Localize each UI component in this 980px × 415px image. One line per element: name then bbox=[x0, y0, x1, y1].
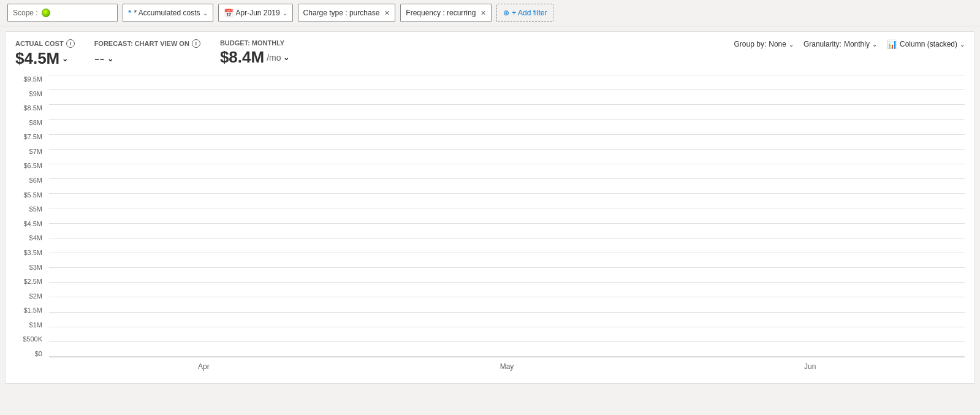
add-filter-label: + Add filter bbox=[512, 9, 547, 17]
add-filter-button[interactable]: ⊕ + Add filter bbox=[496, 4, 553, 22]
metrics-row: ACTUAL COST i $4.5M ⌄ FORECAST: CHART VI… bbox=[15, 39, 965, 68]
group-by-chevron-icon: ⌄ bbox=[789, 41, 794, 48]
budget-value[interactable]: $8.4M /mo ⌄ bbox=[220, 48, 290, 67]
frequency-filter[interactable]: Frequency : recurring ✕ bbox=[400, 4, 492, 22]
charge-type-filter[interactable]: Charge type : purchase ✕ bbox=[298, 4, 396, 22]
accumulated-costs-chevron-icon: ⌄ bbox=[203, 10, 208, 17]
y-axis-label: $4M bbox=[15, 234, 46, 242]
chart-type-control[interactable]: 📊 Column (stacked) ⌄ bbox=[887, 39, 965, 49]
asterisk-icon: * bbox=[128, 8, 131, 18]
toolbar: Scope : * * Accumulated costs ⌄ 📅 Apr-Ju… bbox=[0, 0, 980, 26]
accumulated-costs-label: * Accumulated costs bbox=[134, 9, 200, 17]
x-labels: AprMayJun bbox=[49, 357, 965, 376]
group-by-control[interactable]: Group by: None ⌄ bbox=[734, 40, 794, 48]
charge-type-label: Charge type : purchase bbox=[303, 9, 380, 17]
y-axis-label: $2M bbox=[15, 292, 46, 300]
y-axis-label: $5.5M bbox=[15, 191, 46, 199]
actual-cost-value[interactable]: $4.5M ⌄ bbox=[15, 49, 75, 68]
y-axis-label: $1M bbox=[15, 321, 46, 329]
y-axis-label: $9M bbox=[15, 90, 46, 97]
date-range-filter[interactable]: 📅 Apr-Jun 2019 ⌄ bbox=[218, 4, 293, 22]
scope-selector[interactable]: Scope : bbox=[7, 4, 118, 22]
frequency-label: Frequency : recurring bbox=[406, 9, 476, 17]
calendar-icon: 📅 bbox=[224, 9, 234, 18]
y-axis-label: $5M bbox=[15, 205, 46, 213]
date-range-label: Apr-Jun 2019 bbox=[236, 9, 280, 17]
chart-type-icon: 📊 bbox=[887, 39, 897, 49]
y-axis-label: $0 bbox=[15, 350, 46, 357]
date-range-chevron-icon: ⌄ bbox=[283, 10, 287, 17]
x-axis-label: Jun bbox=[667, 362, 952, 371]
scope-label: Scope : bbox=[13, 9, 38, 17]
y-axis-label: $2.5M bbox=[15, 278, 46, 285]
granularity-chevron-icon: ⌄ bbox=[872, 41, 877, 48]
budget-label: BUDGET: MONTHLY bbox=[220, 39, 290, 47]
actual-cost-label: ACTUAL COST i bbox=[15, 39, 75, 48]
y-axis-label: $4.5M bbox=[15, 220, 46, 227]
chart-area: $0$500K$1M$1.5M$2M$2.5M$3M$3.5M$4M$4.5M$… bbox=[15, 75, 965, 376]
x-axis-label: Apr bbox=[61, 362, 346, 371]
actual-cost-info-icon: i bbox=[66, 39, 75, 48]
frequency-close-icon[interactable]: ✕ bbox=[481, 9, 486, 17]
actual-cost-chevron-icon[interactable]: ⌄ bbox=[62, 55, 68, 63]
forecast-chevron-icon[interactable]: ⌄ bbox=[107, 55, 113, 63]
y-axis-label: $6.5M bbox=[15, 162, 46, 169]
bars-container bbox=[49, 75, 965, 357]
budget-chevron-icon[interactable]: ⌄ bbox=[283, 53, 289, 62]
y-axis: $0$500K$1M$1.5M$2M$2.5M$3M$3.5M$4M$4.5M$… bbox=[15, 75, 46, 357]
y-axis-label: $8M bbox=[15, 119, 46, 126]
forecast-value[interactable]: -- ⌄ bbox=[94, 49, 200, 68]
forecast-block: FORECAST: CHART VIEW ON i -- ⌄ bbox=[94, 39, 200, 68]
actual-cost-block: ACTUAL COST i $4.5M ⌄ bbox=[15, 39, 75, 68]
chart-controls: Group by: None ⌄ Granularity: Monthly ⌄ … bbox=[734, 39, 965, 49]
scope-dot-icon bbox=[42, 9, 50, 17]
chart-plot bbox=[49, 75, 965, 357]
budget-block: BUDGET: MONTHLY $8.4M /mo ⌄ bbox=[220, 39, 290, 67]
y-axis-label: $500K bbox=[15, 335, 46, 343]
granularity-control[interactable]: Granularity: Monthly ⌄ bbox=[803, 40, 877, 48]
y-axis-label: $7.5M bbox=[15, 133, 46, 140]
y-axis-label: $8.5M bbox=[15, 104, 46, 112]
y-axis-label: $7M bbox=[15, 148, 46, 155]
y-axis-label: $9.5M bbox=[15, 75, 46, 83]
charge-type-close-icon[interactable]: ✕ bbox=[384, 9, 390, 17]
y-axis-label: $3M bbox=[15, 264, 46, 271]
main-content: ACTUAL COST i $4.5M ⌄ FORECAST: CHART VI… bbox=[5, 31, 975, 384]
accumulated-costs-filter[interactable]: * * Accumulated costs ⌄ bbox=[123, 4, 213, 22]
chart-type-chevron-icon: ⌄ bbox=[960, 41, 965, 48]
y-axis-label: $6M bbox=[15, 177, 46, 184]
x-axis-label: May bbox=[365, 362, 650, 371]
forecast-label: FORECAST: CHART VIEW ON i bbox=[94, 39, 200, 48]
add-filter-plus-icon: ⊕ bbox=[503, 9, 509, 17]
y-axis-label: $3.5M bbox=[15, 249, 46, 256]
y-axis-label: $1.5M bbox=[15, 306, 46, 314]
forecast-info-icon: i bbox=[192, 39, 200, 48]
